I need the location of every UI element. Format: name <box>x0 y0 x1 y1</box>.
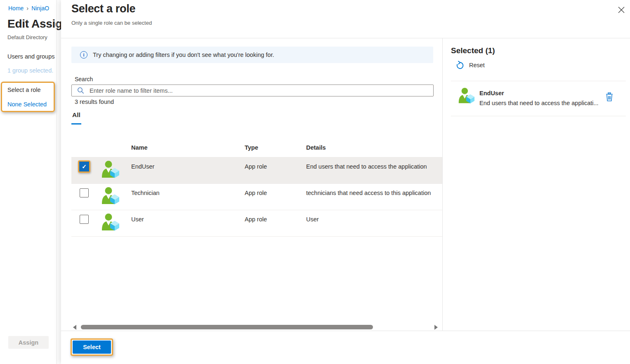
directory-subtitle: Default Directory <box>7 34 47 40</box>
table-row-user[interactable]: User App role User <box>71 210 443 237</box>
app-role-icon <box>101 161 119 178</box>
panel-title: Select a role <box>71 2 135 15</box>
role-name: EndUser <box>131 163 154 170</box>
results-count: 3 results found <box>75 99 114 105</box>
breadcrumb-current-link[interactable]: NinjaO <box>31 5 49 12</box>
users-and-groups-value[interactable]: 1 group selected. <box>7 67 53 74</box>
role-name: Technician <box>131 190 160 196</box>
roles-table: Name Type Details ✓ EndUser App role End… <box>71 140 443 237</box>
remove-selected-trash-icon[interactable] <box>605 92 613 103</box>
breadcrumb-home-link[interactable]: Home <box>8 5 24 12</box>
role-details: technicians that need access to this app… <box>306 190 431 196</box>
footer-divider <box>61 331 630 331</box>
select-role-step-link[interactable]: None Selected <box>7 101 47 108</box>
checkbox-highlight-ring: ✓ <box>78 160 90 173</box>
selected-count-title: Selected (1) <box>451 46 495 55</box>
table-row-enduser[interactable]: ✓ EndUser App role End users that need t… <box>71 157 443 184</box>
role-type: App role <box>245 190 267 196</box>
header-divider <box>61 38 630 38</box>
info-banner-text: Try changing or adding filters if you do… <box>93 52 274 58</box>
tab-all-underline <box>71 123 81 124</box>
search-input[interactable] <box>90 87 433 94</box>
edit-assignment-page: Home›NinjaO Edit Assig Default Directory… <box>0 0 61 364</box>
table-row-technician[interactable]: Technician App role technicians that nee… <box>71 184 443 210</box>
info-banner: i Try changing or adding filters if you … <box>71 47 433 63</box>
tab-all[interactable]: All <box>72 111 80 119</box>
search-icon <box>77 87 84 94</box>
role-details: User <box>306 216 319 223</box>
select-role-panel: Select a role Only a single role can be … <box>61 0 630 364</box>
select-role-highlight-box: Select a role None Selected <box>1 82 55 112</box>
role-checkbox[interactable] <box>80 215 89 224</box>
breadcrumb-separator: › <box>26 5 28 12</box>
role-type: App role <box>245 163 267 170</box>
column-header-details: Details <box>306 144 326 151</box>
role-name: User <box>131 216 144 223</box>
column-header-name: Name <box>131 144 148 151</box>
close-icon[interactable] <box>617 6 626 15</box>
role-checkbox-checked[interactable]: ✓ <box>79 162 89 171</box>
role-type: App role <box>245 216 267 223</box>
select-button-highlight-box: Select <box>71 338 113 356</box>
breadcrumb: Home›NinjaO <box>8 5 49 12</box>
selected-role-icon <box>458 87 474 105</box>
scrollbar-left-arrow[interactable] <box>73 325 76 330</box>
search-label: Search <box>75 76 93 82</box>
selected-role-description: End users that need to access the applic… <box>479 100 605 106</box>
reset-button[interactable]: Reset <box>455 61 485 70</box>
scrollbar-right-arrow[interactable] <box>434 325 438 330</box>
selected-list-divider <box>451 81 626 81</box>
app-role-icon <box>101 187 119 204</box>
screen: Home›NinjaO Edit Assig Default Directory… <box>0 0 630 364</box>
assign-button[interactable]: Assign <box>8 336 49 349</box>
panel-subtitle: Only a single role can be selected <box>71 20 152 26</box>
table-header-row: Name Type Details <box>71 140 443 157</box>
vertical-divider <box>442 38 443 331</box>
horizontal-scrollbar-thumb[interactable] <box>81 325 373 329</box>
reset-icon <box>455 61 465 70</box>
page-divider <box>57 0 57 364</box>
selected-role-name: EndUser <box>479 90 504 96</box>
search-box <box>71 85 434 96</box>
reset-label: Reset <box>469 62 485 68</box>
app-role-icon <box>101 214 119 231</box>
role-checkbox[interactable] <box>80 188 89 197</box>
select-button[interactable]: Select <box>73 341 111 354</box>
info-icon: i <box>80 51 87 59</box>
column-header-type: Type <box>245 144 258 151</box>
role-details: End users that need to access the applic… <box>306 163 427 170</box>
page-title: Edit Assig <box>7 17 62 31</box>
select-role-step-label: Select a role <box>7 87 41 93</box>
users-and-groups-label: Users and groups <box>7 53 54 60</box>
selected-list-divider <box>451 116 626 116</box>
